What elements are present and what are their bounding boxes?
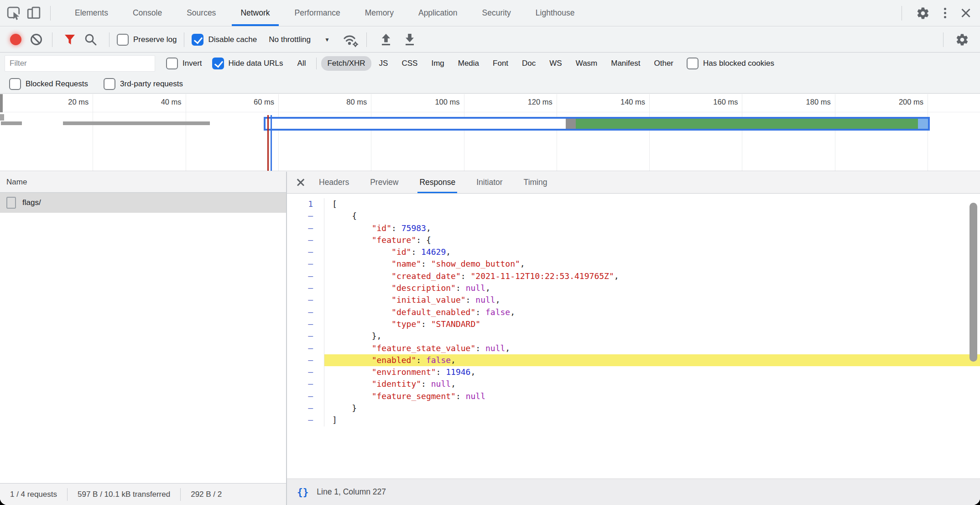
filter-category-img[interactable]: Img <box>425 56 450 71</box>
filter-input[interactable] <box>5 55 155 72</box>
tab-security[interactable]: Security <box>470 0 523 26</box>
network-conditions-button[interactable] <box>342 32 359 47</box>
domcontentloaded-line <box>271 115 272 171</box>
filter-category-doc[interactable]: Doc <box>516 56 542 71</box>
inspect-element-button[interactable] <box>4 3 24 23</box>
tab-sources[interactable]: Sources <box>174 0 228 26</box>
detail-tab-response[interactable]: Response <box>417 172 457 193</box>
hide-data-urls-label: Hide data URLs <box>229 59 283 68</box>
line-content: ] <box>324 414 980 426</box>
response-line: – "identity": null, <box>287 378 980 390</box>
filter-category-fetch-xhr[interactable]: Fetch/XHR <box>321 56 371 71</box>
filter-category-css[interactable]: CSS <box>396 56 423 71</box>
filter-category-font[interactable]: Font <box>487 56 514 71</box>
settings-button[interactable] <box>913 3 933 23</box>
timeline-tick-label: 60 ms <box>254 98 278 106</box>
line-content: "description": null, <box>324 282 980 294</box>
line-content: "id": 75983, <box>324 222 980 234</box>
devtools-tabbar: ElementsConsoleSourcesNetworkPerformance… <box>0 0 980 26</box>
timeline-tick-label: 80 ms <box>346 98 371 106</box>
network-main-split: Name flags/ 1 / 4 requests597 B / 10.1 k… <box>0 172 980 505</box>
format-braces-icon[interactable]: {} <box>297 487 308 498</box>
tabbar-right-controls <box>902 0 980 26</box>
vertical-scrollbar[interactable] <box>970 203 977 362</box>
detail-tab-headers[interactable]: Headers <box>317 172 351 193</box>
filter-category-other[interactable]: Other <box>648 56 680 71</box>
line-gutter: – <box>287 402 324 414</box>
close-devtools-button[interactable] <box>960 7 972 19</box>
has-blocked-cookies-checkbox[interactable] <box>687 58 699 69</box>
network-overview[interactable]: 20 ms40 ms60 ms80 ms100 ms120 ms140 ms16… <box>0 94 980 171</box>
selected-request-waterfall-bar[interactable] <box>264 117 930 131</box>
filter-category-manifest[interactable]: Manifest <box>605 56 646 71</box>
line-gutter: – <box>287 306 324 318</box>
import-har-button[interactable] <box>380 33 392 47</box>
preserve-log-label: Preserve log <box>133 35 177 44</box>
timeline-gridline <box>649 94 650 171</box>
blocked-requests-checkbox[interactable] <box>9 78 21 90</box>
hide-data-urls-checkbox[interactable] <box>212 58 224 69</box>
timeline-gridline <box>186 94 186 171</box>
response-line: – "initial_value": null, <box>287 294 980 306</box>
export-har-button[interactable] <box>403 33 416 47</box>
detail-tab-initiator[interactable]: Initiator <box>474 172 504 193</box>
divider <box>943 32 944 47</box>
toggle-device-toolbar-button[interactable] <box>24 3 44 23</box>
name-column-header[interactable]: Name <box>0 172 286 193</box>
download-icon <box>403 33 416 47</box>
invert-checkbox[interactable] <box>166 58 178 69</box>
line-gutter: – <box>287 390 324 402</box>
filter-category-js[interactable]: JS <box>373 56 394 71</box>
filter-category-ws[interactable]: WS <box>543 56 568 71</box>
request-row-flags[interactable]: flags/ <box>0 193 286 213</box>
line-content: } <box>324 402 980 414</box>
response-line: – "name": "show_demo_button", <box>287 258 980 270</box>
funnel-icon <box>63 34 76 46</box>
waterfall-download-segment <box>576 119 918 129</box>
tab-memory[interactable]: Memory <box>353 0 406 26</box>
line-content: "created_date": "2021-11-12T10:22:53.419… <box>324 270 980 282</box>
tab-console[interactable]: Console <box>120 0 174 26</box>
blocked-requests-label: Blocked Requests <box>26 79 88 89</box>
disable-cache-label: Disable cache <box>208 35 257 44</box>
tab-application[interactable]: Application <box>406 0 470 26</box>
waterfall-waiting-segment <box>266 119 566 129</box>
filter-category-all[interactable]: All <box>292 56 312 71</box>
response-line: – "environment": 11946, <box>287 366 980 378</box>
detail-tab-preview[interactable]: Preview <box>368 172 400 193</box>
detail-tab-timing[interactable]: Timing <box>522 172 549 193</box>
filter-category-wasm[interactable]: Wasm <box>570 56 604 71</box>
response-line: – } <box>287 402 980 414</box>
line-gutter: – <box>287 282 324 294</box>
preserve-log-checkbox[interactable] <box>117 34 129 46</box>
line-content: "identity": null, <box>324 378 980 390</box>
timeline-gridline <box>464 94 464 171</box>
tab-lighthouse[interactable]: Lighthouse <box>523 0 587 26</box>
timeline-gridline <box>835 94 835 171</box>
third-party-requests-checkbox[interactable] <box>104 78 115 90</box>
tab-elements[interactable]: Elements <box>63 0 120 26</box>
timeline-tick-label: 200 ms <box>899 98 928 106</box>
close-detail-icon[interactable] <box>296 178 305 187</box>
network-settings-button[interactable] <box>955 33 969 47</box>
clear-button[interactable] <box>31 34 42 45</box>
more-options-button[interactable] <box>939 5 951 21</box>
response-line: – "id": 75983, <box>287 222 980 234</box>
tab-network[interactable]: Network <box>228 0 282 26</box>
response-line: – "feature": { <box>287 234 980 246</box>
record-button[interactable] <box>10 34 21 45</box>
response-editor[interactable]: 1[– {– "id": 75983,– "feature": {– "id":… <box>287 194 980 479</box>
filter-category-media[interactable]: Media <box>452 56 485 71</box>
divider <box>316 58 317 69</box>
overview-left-bar <box>0 94 3 112</box>
status-item: 1 / 4 requests <box>0 490 67 499</box>
tab-performance[interactable]: Performance <box>282 0 353 26</box>
response-line: 1[ <box>287 198 980 210</box>
response-line: – "created_date": "2021-11-12T10:22:53.4… <box>287 270 980 282</box>
line-content: "type": "STANDARD" <box>324 318 980 330</box>
disable-cache-checkbox[interactable] <box>192 34 203 46</box>
divider <box>902 6 902 21</box>
filter-toggle-button[interactable] <box>63 34 76 46</box>
throttling-select[interactable]: No throttling ▼ <box>269 35 330 44</box>
search-button[interactable] <box>84 33 97 46</box>
